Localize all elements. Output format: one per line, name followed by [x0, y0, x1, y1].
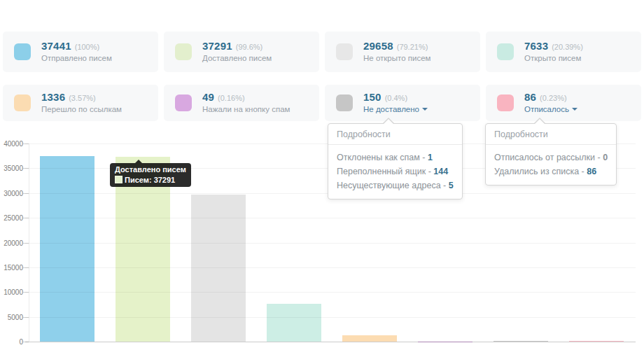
x-axis-line: [25, 342, 636, 342]
stat-value: 37291: [202, 41, 232, 51]
not-opened-color-swatch: [336, 43, 353, 60]
popover-item-value: 0: [603, 153, 608, 162]
stat-card-spam: 49 (0.16%) Нажали на кнопку спам: [164, 85, 319, 121]
chart-bar-1[interactable]: [40, 156, 94, 342]
caret-down-icon: [572, 108, 578, 111]
stat-label: Открыто писем: [524, 55, 583, 63]
unsubscribed-popover: Подробности Отписалось от рассылки - 0 У…: [485, 123, 617, 186]
not-delivered-color-swatch: [336, 94, 353, 111]
y-tick-label: 40000: [0, 140, 23, 148]
popover-item: Отписалось от рассылки - 0: [494, 150, 608, 164]
stat-label: Перешло по ссылкам: [41, 106, 122, 114]
y-tick-label: 25000: [0, 214, 23, 222]
tooltip-series-swatch: [115, 176, 122, 183]
y-tick-label: 15000: [0, 264, 23, 272]
y-tick-label: 5000: [0, 314, 23, 321]
gridline: [25, 267, 636, 268]
stat-card-opened: 7633 (20.39%) Открыто писем: [486, 31, 641, 72]
y-tick-mark: [23, 342, 29, 342]
stat-percent: (79.21%): [397, 43, 428, 51]
stat-percent: (0.16%): [218, 94, 245, 102]
popover-item-value: 5: [449, 181, 454, 190]
gridline: [25, 243, 636, 244]
stat-card-not-delivered: 150 (0.4%) Не доставлено: [325, 85, 480, 121]
y-tick-mark: [23, 267, 29, 268]
caret-down-icon: [422, 108, 428, 111]
tooltip-series-label: Писем:: [125, 176, 152, 184]
stat-percent: (100%): [75, 43, 99, 51]
stat-percent: (0.4%): [385, 94, 407, 102]
y-tick-mark: [23, 193, 29, 194]
y-tick-mark: [23, 168, 29, 169]
stat-label: Отправлено писем: [41, 55, 112, 63]
y-tick-label: 20000: [0, 239, 23, 247]
stat-card-not-opened: 29658 (79.21%) Не открыто писем: [325, 31, 480, 72]
popover-title: Подробности: [328, 124, 462, 145]
stat-label: Не открыто писем: [363, 55, 430, 63]
popover-item-value: 1: [428, 153, 433, 162]
gridline: [25, 317, 636, 318]
popover-arrow: [533, 118, 546, 124]
stat-percent: (3.57%): [69, 94, 96, 102]
popover-item-value: 144: [433, 167, 448, 176]
sent-color-swatch: [14, 43, 31, 60]
stat-value: 7633: [524, 41, 548, 51]
stat-label: Нажали на кнопку спам: [202, 106, 290, 114]
stat-percent: (99.6%): [236, 43, 263, 51]
unsubscribed-dropdown-link[interactable]: Отписалось: [524, 106, 578, 114]
y-tick-label: 35000: [0, 164, 23, 172]
stat-card-sent: 37441 (100%) Отправлено писем: [3, 31, 158, 72]
chart-bar-4[interactable]: [267, 304, 321, 342]
delivered-color-swatch: [175, 43, 192, 60]
opened-color-swatch: [497, 43, 514, 60]
y-tick-mark: [23, 218, 29, 218]
y-tick-label: 0: [0, 338, 23, 346]
clicked-color-swatch: [14, 94, 31, 111]
stat-label: Доставлено писем: [202, 55, 272, 63]
stat-card-delivered: 37291 (99.6%) Доставлено писем: [164, 31, 319, 72]
popover-title: Подробности: [486, 124, 616, 145]
stat-value: 86: [524, 92, 536, 102]
stat-value: 37441: [41, 41, 71, 51]
spam-color-swatch: [175, 94, 192, 111]
tooltip-arrow: [135, 160, 142, 163]
gridline: [25, 292, 636, 293]
not-delivered-dropdown-link[interactable]: Не доставлено: [363, 106, 428, 114]
popover-item-value: 86: [587, 167, 596, 176]
y-tick-mark: [23, 144, 29, 144]
popover-item: Переполненный ящик - 144: [337, 164, 454, 178]
stat-percent: (0.23%): [540, 94, 567, 102]
y-tick-mark: [23, 243, 29, 244]
not-delivered-popover: Подробности Отклонены как спам - 1 Переп…: [328, 123, 463, 200]
y-tick-mark: [23, 317, 29, 318]
tooltip-value: 37291: [154, 176, 176, 184]
stat-value: 1336: [41, 92, 65, 102]
stat-value: 49: [202, 92, 214, 102]
chart-tooltip: Доставлено писем Писем: 37291: [110, 163, 191, 187]
stat-value: 150: [363, 92, 382, 102]
popover-item: Отклонены как спам - 1: [337, 150, 454, 164]
stat-card-unsubscribed: 86 (0.23%) Отписалось: [486, 85, 641, 121]
chart-bar-3[interactable]: [191, 195, 246, 342]
stat-percent: (20.39%): [552, 43, 583, 51]
stat-card-clicked: 1336 (3.57%) Перешло по ссылкам: [3, 85, 158, 121]
popover-item: Несуществующие адреса - 5: [337, 178, 454, 192]
stat-value: 29658: [363, 41, 393, 51]
unsubscribed-color-swatch: [497, 94, 514, 111]
y-tick-mark: [23, 292, 29, 293]
tooltip-title: Доставлено писем: [115, 165, 186, 175]
chart-bar-5[interactable]: [342, 335, 397, 342]
popover-item: Удалились из списка - 86: [494, 164, 608, 178]
y-tick-label: 10000: [0, 288, 23, 296]
gridline: [25, 218, 636, 218]
popover-arrow: [382, 118, 395, 124]
y-tick-label: 30000: [0, 190, 23, 197]
